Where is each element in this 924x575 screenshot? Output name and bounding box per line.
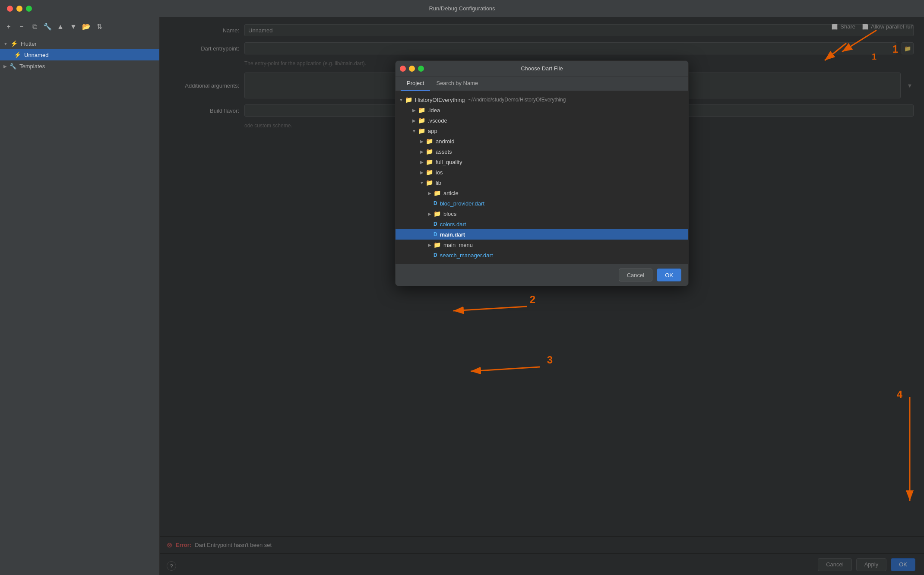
tree-full-quality[interactable]: ▶ 📁 full_quality: [396, 157, 688, 167]
tree-ios[interactable]: ▶ 📁 ios: [396, 167, 688, 177]
tree-vscode[interactable]: ▶ 📁 .vscode: [396, 115, 688, 126]
templates-label: Templates: [19, 63, 45, 70]
settings-button[interactable]: 🔧: [42, 22, 53, 32]
window-controls[interactable]: [7, 6, 32, 12]
full-quality-name: full_quality: [436, 159, 462, 165]
tree-android[interactable]: ▶ 📁 android: [396, 136, 688, 146]
lib-expand-arrow: ▼: [419, 180, 425, 185]
vscode-folder-icon: 📁: [418, 117, 425, 124]
dialog-tabs: Project Search by Name: [396, 76, 688, 91]
lib-folder-icon: 📁: [426, 179, 433, 186]
main-menu-folder-icon: 📁: [434, 241, 441, 248]
app-name: app: [428, 128, 437, 134]
sidebar-item-unnamed[interactable]: ⚡ Unnamed: [0, 49, 159, 60]
sidebar-item-flutter[interactable]: ▼ ⚡ Flutter: [0, 38, 159, 49]
app-expand-arrow: ▼: [411, 129, 417, 133]
tree-main-menu[interactable]: ▶ 📁 main_menu: [396, 240, 688, 250]
android-folder-icon: 📁: [426, 138, 433, 145]
full-quality-expand-arrow: ▶: [419, 160, 425, 164]
tab-project[interactable]: Project: [401, 76, 430, 91]
lib-name: lib: [436, 180, 441, 186]
close-button[interactable]: [7, 6, 13, 12]
idea-name: .idea: [428, 107, 440, 114]
sort-button[interactable]: ⇅: [94, 22, 104, 32]
tree-lib[interactable]: ▼ 📁 lib: [396, 177, 688, 188]
dialog-window-controls[interactable]: [400, 66, 424, 72]
blocs-expand-arrow: ▶: [427, 212, 433, 216]
tree-article[interactable]: ▶ 📁 article: [396, 188, 688, 198]
assets-folder-icon: 📁: [426, 148, 433, 155]
unnamed-label: Unnamed: [24, 52, 48, 58]
tree-search-manager[interactable]: D search_manager.dart: [396, 250, 688, 260]
title-bar: Run/Debug Configurations: [0, 0, 924, 17]
dialog-title-bar: Choose Dart File: [396, 61, 688, 76]
bloc-provider-name: bloc_provider.dart: [440, 200, 484, 207]
main-menu-expand-arrow: ▶: [427, 243, 433, 247]
main-dart-icon: D: [434, 231, 437, 237]
tree-idea[interactable]: ▶ 📁 .idea: [396, 105, 688, 115]
sidebar-tree: ▼ ⚡ Flutter ⚡ Unnamed ▶ 🔧 Templates: [0, 36, 159, 575]
dialog-file-tree: ▼ 📁 HistoryOfEverything ~/Android/studyD…: [396, 91, 688, 264]
dialog-close-button[interactable]: [400, 66, 406, 72]
maximize-button[interactable]: [26, 6, 32, 12]
blocs-name: blocs: [443, 211, 456, 217]
vscode-name: .vscode: [428, 117, 447, 124]
content-area: Share Allow parallel run Name: Dart entr…: [160, 17, 924, 575]
idea-expand-arrow: ▶: [411, 108, 417, 113]
colors-dart-icon: D: [434, 221, 437, 227]
history-name: HistoryOfEverything: [415, 97, 465, 103]
choose-dart-file-dialog: Choose Dart File Project Search by Name …: [395, 60, 689, 286]
idea-folder-icon: 📁: [418, 107, 425, 114]
move-up-button[interactable]: ▲: [55, 22, 66, 32]
ios-folder-icon: 📁: [426, 169, 433, 176]
folder-button[interactable]: 📂: [81, 22, 92, 32]
main-dart-name: main.dart: [440, 231, 465, 238]
article-folder-icon: 📁: [434, 190, 441, 196]
tree-colors[interactable]: D colors.dart: [396, 219, 688, 229]
search-manager-dart-icon: D: [434, 252, 437, 258]
templates-expand-icon: ▶: [3, 64, 7, 69]
bloc-provider-dart-icon: D: [434, 200, 437, 206]
assets-expand-arrow: ▶: [419, 149, 425, 154]
copy-config-button[interactable]: ⧉: [29, 22, 40, 32]
ios-name: ios: [436, 169, 443, 176]
sidebar-item-templates[interactable]: ▶ 🔧 Templates: [0, 60, 159, 72]
assets-name: assets: [436, 148, 452, 155]
add-config-button[interactable]: +: [3, 22, 14, 32]
article-expand-arrow: ▶: [427, 191, 433, 196]
android-name: android: [436, 138, 454, 145]
colors-name: colors.dart: [440, 221, 466, 227]
dialog-footer: Cancel OK: [396, 264, 688, 286]
history-path: ~/Android/studyDemo/HistoryOfEverything: [468, 97, 566, 103]
main-menu-name: main_menu: [443, 242, 473, 248]
tree-assets[interactable]: ▶ 📁 assets: [396, 146, 688, 157]
flutter-label: Flutter: [21, 41, 37, 47]
move-down-button[interactable]: ▼: [68, 22, 79, 32]
dialog-overlay: Choose Dart File Project Search by Name …: [160, 17, 924, 575]
full-quality-folder-icon: 📁: [426, 158, 433, 165]
tree-main-dart[interactable]: D main.dart: [396, 229, 688, 240]
dialog-min-button[interactable]: [409, 66, 415, 72]
tree-history-of-everything[interactable]: ▼ 📁 HistoryOfEverything ~/Android/studyD…: [396, 95, 688, 105]
search-manager-name: search_manager.dart: [440, 252, 493, 259]
vscode-expand-arrow: ▶: [411, 118, 417, 123]
tree-blocs[interactable]: ▶ 📁 blocs: [396, 209, 688, 219]
article-name: article: [443, 190, 459, 196]
main-layout: + − ⧉ 🔧 ▲ ▼ 📂 ⇅ ▼ ⚡ Flutter ⚡ Unnamed: [0, 17, 924, 575]
remove-config-button[interactable]: −: [16, 22, 27, 32]
flutter-icon: ⚡: [10, 40, 18, 47]
dialog-max-button[interactable]: [418, 66, 424, 72]
history-expand-arrow: ▼: [398, 98, 404, 102]
ios-expand-arrow: ▶: [419, 170, 425, 175]
minimize-button[interactable]: [16, 6, 22, 12]
tree-bloc-provider[interactable]: D bloc_provider.dart: [396, 198, 688, 209]
sidebar-toolbar: + − ⧉ 🔧 ▲ ▼ 📂 ⇅: [0, 17, 159, 36]
flutter-file-icon: ⚡: [14, 51, 21, 58]
tab-search-by-name[interactable]: Search by Name: [430, 76, 484, 91]
sidebar: + − ⧉ 🔧 ▲ ▼ 📂 ⇅ ▼ ⚡ Flutter ⚡ Unnamed: [0, 17, 160, 575]
tree-app[interactable]: ▼ 📁 app: [396, 126, 688, 136]
dialog-cancel-button[interactable]: Cancel: [619, 269, 652, 281]
android-expand-arrow: ▶: [419, 139, 425, 144]
dialog-title: Choose Dart File: [521, 65, 563, 72]
dialog-ok-button[interactable]: OK: [657, 269, 681, 281]
